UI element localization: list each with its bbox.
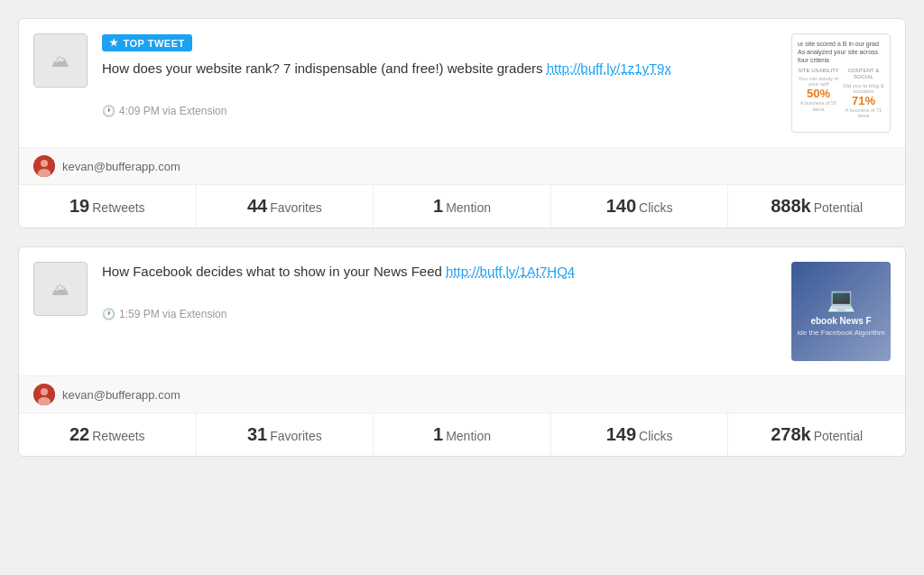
tweet-image-placeholder: ⛰: [33, 33, 88, 88]
stat-favorites: 31Favorites: [197, 413, 374, 456]
stat-label: Clicks: [639, 429, 672, 443]
author-name: kevan@bufferapp.com: [62, 160, 180, 173]
tweet-time: 🕐 1:59 PM via Extension: [102, 308, 777, 320]
stat-label: Favorites: [270, 200, 322, 215]
tweet-image-placeholder: ⛰: [33, 262, 88, 316]
tweet-card-2: ⛰How Facebook decides what to show in yo…: [18, 246, 906, 457]
stat-clicks: 140Clicks: [551, 185, 729, 227]
avatar-image: [33, 155, 55, 177]
stat-label: Mention: [446, 429, 491, 443]
tweet-text: How does your website rank? 7 indispensa…: [102, 59, 777, 79]
stat-potential: 278kPotential: [728, 413, 905, 456]
stat-number: 1: [433, 424, 443, 444]
facebook-thumb-title: ebook News F: [810, 316, 871, 327]
grader-col-usability: SITE USABILITY You can easily in your se…: [798, 68, 839, 119]
stat-number: 22: [69, 424, 89, 444]
clock-icon: 🕐: [102, 105, 116, 117]
tweet-author-bar: kevan@bufferapp.com: [19, 376, 905, 413]
tweet-stats-row: 22Retweets31Favorites1Mention149Clicks27…: [19, 413, 905, 456]
facebook-icon: 💻: [827, 286, 855, 314]
stat-potential: 888kPotential: [728, 185, 905, 227]
stat-clicks: 149Clicks: [551, 413, 729, 456]
tweet-main-area: ⛰★ TOP TWEETHow does your website rank? …: [19, 19, 905, 147]
grader-thumbnail: ur site scored a B in our gradAs analyze…: [791, 33, 891, 133]
facebook-thumb-sub: ide the Facebook Algorithm: [798, 329, 885, 338]
top-tweet-badge: ★ TOP TWEET: [102, 34, 192, 51]
stat-number: 31: [247, 424, 267, 444]
avatar: [33, 384, 55, 405]
stat-favorites: 44Favorites: [197, 185, 374, 227]
grader-col-content: CONTENT & SOCIAL Did you to blog & socia…: [843, 68, 884, 119]
svg-point-4: [41, 388, 48, 395]
stat-number: 278k: [771, 424, 811, 444]
stat-number: 1: [433, 196, 443, 216]
grader-title: ur site scored a B in our gradAs analyze…: [798, 40, 884, 64]
stat-label: Mention: [446, 200, 491, 215]
tweet-stats-row: 19Retweets44Favorites1Mention140Clicks88…: [19, 184, 905, 227]
stat-mention: 1Mention: [374, 413, 551, 456]
tweet-text: How Facebook decides what to show in you…: [102, 262, 777, 283]
stat-retweets: 19Retweets: [19, 185, 197, 227]
stat-label: Favorites: [270, 429, 322, 443]
stat-label: Retweets: [92, 200, 144, 215]
tweet-main-area: ⛰How Facebook decides what to show in yo…: [19, 247, 905, 376]
stat-number: 44: [247, 196, 267, 216]
stat-label: Clicks: [639, 200, 672, 215]
svg-point-1: [41, 160, 48, 167]
clock-icon: 🕐: [102, 308, 116, 320]
stat-number: 888k: [771, 196, 811, 216]
tweet-author-bar: kevan@bufferapp.com: [19, 147, 905, 184]
facebook-thumbnail: 💻 ebook News F ide the Facebook Algorith…: [791, 262, 891, 361]
stat-label: Potential: [814, 429, 863, 443]
avatar: [33, 155, 55, 177]
stat-label: Potential: [814, 200, 863, 215]
tweet-content: ★ TOP TWEETHow does your website rank? 7…: [102, 33, 777, 117]
tweet-link[interactable]: http://buff.ly/1At7HQ4: [446, 264, 575, 279]
tweet-card-1: ⛰★ TOP TWEETHow does your website rank? …: [18, 18, 906, 228]
avatar-image: [33, 384, 55, 405]
tweet-link[interactable]: http://buff.ly/1z1yT9x: [547, 60, 671, 76]
stat-mention: 1Mention: [374, 185, 551, 227]
image-icon: ⛰: [51, 51, 69, 71]
tweet-content: How Facebook decides what to show in you…: [102, 262, 777, 320]
author-name: kevan@bufferapp.com: [62, 388, 180, 402]
stat-number: 140: [606, 196, 636, 216]
stat-label: Retweets: [92, 429, 144, 443]
stat-number: 149: [606, 424, 636, 444]
stat-number: 19: [69, 196, 89, 216]
image-icon: ⛰: [51, 279, 69, 300]
star-icon: ★: [109, 37, 119, 49]
tweet-time: 🕐 4:09 PM via Extension: [102, 105, 777, 117]
stat-retweets: 22Retweets: [19, 413, 197, 456]
